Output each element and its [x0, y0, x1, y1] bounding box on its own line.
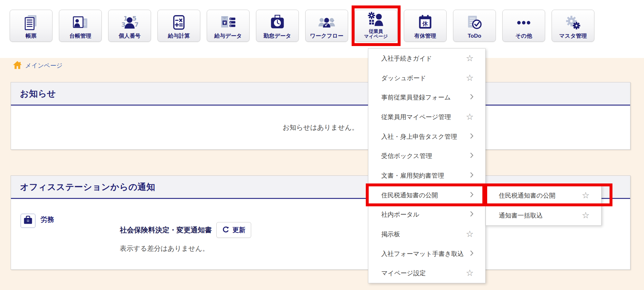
submenu-item-resident-tax-notice-publish[interactable]: 住民税通知書の公開 ☆ [486, 185, 601, 205]
employee-mypage-menu: 入社手続きガイド ☆ ダッシュボード ☆ 事前従業員登録フォーム 従業員用マイペ… [368, 48, 486, 283]
toolbar-button-label: 従業員マイページ [364, 29, 388, 39]
resident-tax-submenu: 住民税通知書の公開 ☆ 通知書一括取込 ☆ [486, 185, 601, 226]
notice-panel-header: お知らせ [11, 82, 630, 106]
submenu-chevron-icon [470, 152, 474, 160]
favorite-star-icon[interactable]: ☆ [466, 230, 474, 239]
favorite-star-icon[interactable]: ☆ [466, 113, 474, 121]
menu-item-document-contract-management[interactable]: 文書・雇用契約書管理 [368, 166, 485, 185]
toolbar-button-more[interactable]: その他 [502, 10, 545, 42]
toolbar-button-attendance[interactable]: 勤怠データ [256, 10, 299, 42]
toolbar-button-employee-mypage[interactable]: 従業員マイページ [355, 10, 397, 42]
toolbar-button-payroll-calc[interactable]: 給与計算 [157, 10, 200, 42]
notifications-panel-title: オフィスステーションからの通知 [20, 181, 155, 193]
favorite-star-icon[interactable]: ☆ [466, 269, 474, 277]
paid-leave-icon: 休 [417, 10, 434, 33]
toolbar-button-label: その他 [516, 33, 532, 39]
menu-item-bulletin-board[interactable]: 掲示板 ☆ [368, 224, 485, 244]
breadcrumb: メインページ [13, 61, 62, 70]
toolbar-button-label: 勤怠データ [264, 33, 291, 39]
notice-empty-message: お知らせはありません。 [283, 123, 358, 132]
toolbar-button-payroll-data[interactable]: ¥ 給与データ [207, 10, 250, 42]
toolbar-button-label: 給与データ [214, 33, 242, 39]
menu-item-resident-tax-notice-publish[interactable]: 住民税通知書の公開 [368, 185, 485, 205]
calculator-icon [170, 10, 187, 33]
documents-icon [23, 10, 40, 33]
svg-text:7: 7 [134, 21, 138, 28]
submenu-chevron-icon [470, 211, 474, 218]
refresh-button-label: 更新 [232, 226, 245, 234]
notice-panel-title: お知らせ [20, 88, 56, 99]
submenu-chevron-icon [470, 172, 474, 179]
menu-item-dashboard[interactable]: ダッシュボード ☆ [368, 68, 485, 88]
toolbar-button-todo[interactable]: ToDo [453, 10, 496, 42]
menu-item-mypage-settings[interactable]: マイページ設定 ☆ [368, 263, 485, 283]
toolbar-button-master[interactable]: マスタ管理 [552, 10, 594, 42]
labor-category-icon-box [21, 214, 35, 228]
favorite-star-icon[interactable]: ☆ [582, 191, 590, 200]
toolbar-button-label: 給与計算 [168, 33, 190, 39]
svg-text:¥: ¥ [223, 21, 226, 25]
employee-mypage-icon [367, 10, 384, 29]
ledger-icon [72, 10, 89, 33]
breadcrumb-link-main-page[interactable]: メインページ [25, 61, 62, 70]
toolbar-button-ledger[interactable]: 台帳管理 [59, 10, 102, 42]
svg-text:休: 休 [422, 20, 428, 26]
workflow-icon [318, 10, 335, 33]
attendance-icon [269, 10, 286, 33]
toolbar-button-label: マスタ管理 [559, 33, 587, 39]
notification-status-message: 表示する差分はありません。 [120, 244, 209, 253]
home-icon [13, 61, 22, 70]
refresh-button[interactable]: 更新 [216, 222, 251, 238]
notice-panel: お知らせ お知らせはありません。 [11, 82, 630, 150]
submenu-chevron-icon [470, 133, 474, 140]
favorite-star-icon[interactable]: ☆ [466, 54, 474, 63]
toolbar-button-label: 個人番号 [119, 33, 141, 39]
refresh-icon [222, 226, 230, 234]
toolbar-button-mynumber[interactable]: 15 37 個人番号 [108, 10, 151, 42]
notice-panel-body: お知らせはありません。 [11, 106, 630, 149]
toolbar-button-workflow[interactable]: ワークフロー [305, 10, 348, 42]
payroll-data-icon: ¥ [220, 10, 237, 33]
toolbar-button-label: ToDo [468, 33, 481, 39]
menu-item-onboarding-guide[interactable]: 入社手続きガイド ☆ [368, 49, 485, 68]
submenu-chevron-icon [470, 250, 474, 257]
menu-item-onboarding-task-management[interactable]: 入社・身上申告タスク管理 [368, 127, 485, 146]
menu-item-inbox-management[interactable]: 受信ボックス管理 [368, 146, 485, 166]
briefcase-icon [23, 215, 33, 227]
mynumber-icon: 15 37 [121, 10, 138, 33]
favorite-star-icon[interactable]: ☆ [466, 74, 474, 82]
menu-item-internal-portal[interactable]: 社内ポータル [368, 205, 485, 224]
toolbar-button-label: 台帳管理 [70, 33, 91, 39]
master-icon [564, 10, 582, 33]
todo-icon [466, 10, 483, 33]
more-icon [515, 10, 532, 33]
toolbar-button-paid-leave[interactable]: 休 有休管理 [404, 10, 447, 42]
submenu-item-notice-bulk-import[interactable]: 通知書一括取込 ☆ [486, 205, 601, 225]
toolbar-button-forms[interactable]: 帳票 [10, 10, 52, 42]
menu-item-employee-mypage-management[interactable]: 従業員用マイページ管理 ☆ [368, 107, 485, 127]
submenu-chevron-icon [470, 94, 474, 101]
category-label-labor: 労務 [41, 215, 54, 224]
submenu-chevron-icon [470, 192, 474, 199]
toolbar-button-label: 有休管理 [414, 33, 436, 39]
notification-row: 社会保険料決定・変更通知書 更新 [120, 222, 251, 238]
menu-item-onboarding-format-handwriting-import[interactable]: 入社フォーマット手書き取込 [368, 244, 485, 264]
main-page: 帳票 台帳管理 15 37 [0, 0, 644, 290]
favorite-star-icon[interactable]: ☆ [582, 211, 590, 220]
main-toolbar: 帳票 台帳管理 15 37 [10, 10, 594, 42]
menu-item-pre-registration-form[interactable]: 事前従業員登録フォーム [368, 88, 485, 107]
toolbar-button-label: 帳票 [26, 33, 37, 39]
toolbar-button-label: ワークフロー [310, 33, 344, 39]
notification-title: 社会保険料決定・変更通知書 [120, 225, 212, 235]
